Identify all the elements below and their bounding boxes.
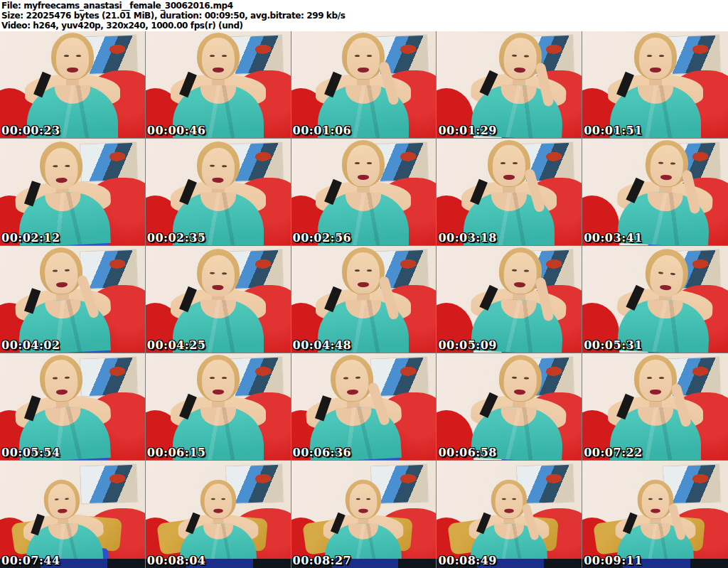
person-figure bbox=[12, 33, 133, 138]
person-figure bbox=[158, 33, 279, 138]
thumbnail-frame: 00:04:25 bbox=[146, 246, 291, 353]
thumbnail-frame: 00:08:49 bbox=[437, 461, 582, 568]
thumbnail-frame: 00:00:46 bbox=[146, 31, 291, 139]
person-figure bbox=[158, 355, 279, 460]
timestamp-overlay: 00:08:27 bbox=[293, 554, 352, 567]
figure-face bbox=[503, 252, 538, 294]
timestamp-overlay: 00:02:12 bbox=[1, 231, 60, 245]
person-figure bbox=[602, 246, 728, 353]
timestamp-overlay: 00:05:54 bbox=[1, 446, 60, 459]
figure-face bbox=[641, 484, 669, 519]
thumbnail-frame: 00:04:02 bbox=[0, 246, 146, 353]
thumbnail-frame: 00:02:56 bbox=[291, 139, 437, 246]
figure-face bbox=[347, 145, 380, 186]
figure-face bbox=[201, 254, 235, 297]
timestamp-overlay: 00:08:04 bbox=[147, 554, 206, 567]
person-figure bbox=[303, 140, 424, 245]
person-figure bbox=[158, 247, 279, 353]
timestamp-overlay: 00:09:11 bbox=[584, 554, 643, 567]
figure-face bbox=[347, 252, 380, 294]
person-figure bbox=[0, 139, 126, 246]
thumbnail-frame: 00:01:51 bbox=[582, 31, 728, 139]
timestamp-overlay: 00:06:15 bbox=[147, 446, 206, 459]
thumbnail-frame: 00:01:29 bbox=[437, 31, 582, 139]
thumbnail-frame: 00:08:27 bbox=[291, 461, 437, 568]
timestamp-overlay: 00:04:25 bbox=[147, 338, 206, 352]
timestamp-overlay: 00:04:48 bbox=[293, 338, 352, 352]
thumbnail-frame: 00:03:41 bbox=[582, 139, 728, 246]
thumbnail-frame: 00:05:31 bbox=[582, 246, 728, 353]
timestamp-overlay: 00:06:36 bbox=[293, 446, 352, 459]
size-duration-line: Size: 22025476 bytes (21.01 MiB), durati… bbox=[1, 11, 727, 21]
timestamp-overlay: 00:02:56 bbox=[293, 231, 352, 245]
timestamp-overlay: 00:03:18 bbox=[438, 231, 497, 245]
figure-face bbox=[493, 145, 525, 186]
thumbnail-frame: 00:07:44 bbox=[0, 461, 146, 568]
figure-face bbox=[45, 148, 78, 190]
video-codec-line: Video: h264, yuv420p, 320x240, 1000.00 f… bbox=[1, 21, 727, 31]
timestamp-overlay: 00:01:29 bbox=[438, 124, 497, 137]
thumbnail-frame: 00:01:06 bbox=[291, 31, 437, 139]
timestamp-overlay: 00:05:09 bbox=[438, 338, 497, 352]
thumbnail-frame: 00:09:11 bbox=[582, 461, 728, 568]
timestamp-overlay: 00:01:06 bbox=[293, 124, 352, 137]
figure-face bbox=[204, 484, 232, 519]
figure-face bbox=[56, 38, 89, 79]
timestamp-overlay: 00:07:22 bbox=[584, 446, 643, 459]
thumbnail-frame: 00:04:48 bbox=[291, 246, 437, 353]
figure-face bbox=[639, 360, 672, 401]
thumbnail-frame: 00:05:54 bbox=[0, 353, 146, 461]
timestamp-overlay: 00:02:35 bbox=[147, 231, 206, 245]
person-figure bbox=[456, 246, 582, 353]
person-figure bbox=[595, 355, 716, 460]
thumbnail-frame: 00:06:36 bbox=[291, 353, 437, 461]
person-figure bbox=[158, 140, 279, 245]
file-name-line: File: myfreecams_anastasi__female_300620… bbox=[1, 1, 727, 11]
figure-face bbox=[201, 147, 235, 190]
thumbnail-frame: 00:03:18 bbox=[437, 139, 582, 246]
person-figure bbox=[291, 353, 417, 461]
person-figure bbox=[456, 31, 582, 139]
person-figure bbox=[602, 139, 728, 246]
timestamp-overlay: 00:03:41 bbox=[584, 231, 643, 245]
figure-face bbox=[350, 484, 378, 519]
figure-face bbox=[202, 360, 235, 401]
timestamp-overlay: 00:00:23 bbox=[1, 124, 60, 137]
person-figure bbox=[449, 140, 569, 245]
person-figure bbox=[303, 247, 424, 353]
figure-face bbox=[639, 38, 672, 79]
thumbnail-frame: 00:02:35 bbox=[146, 139, 291, 246]
figure-face bbox=[347, 38, 380, 79]
figure-face bbox=[503, 37, 538, 80]
person-figure bbox=[456, 353, 582, 461]
thumbnail-frame: 00:02:12 bbox=[0, 139, 146, 246]
person-figure bbox=[0, 246, 126, 353]
person-figure bbox=[595, 33, 716, 138]
timestamp-overlay: 00:07:44 bbox=[1, 554, 60, 567]
timestamp-overlay: 00:00:46 bbox=[147, 124, 206, 137]
thumbnail-grid: 00:00:23 00:00:46 bbox=[0, 31, 728, 568]
timestamp-overlay: 00:04:02 bbox=[1, 338, 60, 352]
figure-face bbox=[649, 144, 684, 187]
file-info-header: File: myfreecams_anastasi__female_300620… bbox=[0, 0, 728, 31]
timestamp-overlay: 00:06:58 bbox=[438, 446, 497, 459]
thumbnail-frame: 00:00:23 bbox=[0, 31, 146, 139]
thumbnail-frame: 00:07:22 bbox=[582, 353, 728, 461]
figure-face bbox=[496, 484, 523, 519]
timestamp-overlay: 00:08:49 bbox=[438, 554, 497, 567]
figure-face bbox=[202, 38, 235, 79]
timestamp-overlay: 00:01:51 bbox=[584, 124, 643, 137]
person-figure bbox=[0, 353, 126, 461]
thumbnail-frame: 00:08:04 bbox=[146, 461, 291, 568]
person-figure bbox=[303, 33, 424, 138]
figure-face bbox=[503, 359, 538, 402]
thumbnail-frame: 00:06:58 bbox=[437, 353, 582, 461]
thumbnail-frame: 00:06:15 bbox=[146, 353, 291, 461]
timestamp-overlay: 00:05:31 bbox=[584, 338, 643, 352]
thumbnail-frame: 00:05:09 bbox=[437, 246, 582, 353]
